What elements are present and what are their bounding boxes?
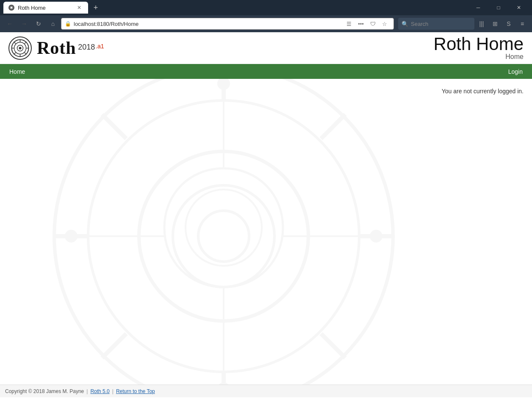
page-header: Roth 2018.a1 Roth Home Home bbox=[0, 32, 532, 64]
close-button[interactable]: ✕ bbox=[509, 0, 529, 15]
footer-separator-2: | bbox=[112, 388, 114, 394]
search-icon: 🔍 bbox=[402, 21, 408, 27]
shield-icon[interactable]: 🛡 bbox=[367, 18, 378, 29]
logo-version: .a1 bbox=[96, 43, 104, 50]
logo-year: 2018 bbox=[78, 43, 95, 52]
tab-close-button[interactable]: ✕ bbox=[75, 4, 83, 11]
site-subtitle: Home bbox=[434, 53, 524, 61]
logo-roth-text: Roth bbox=[37, 38, 76, 58]
toolbar-right: 🔍 ||| ⊞ S ≡ bbox=[398, 17, 529, 30]
url-text: localhost:8180/Roth/Home bbox=[74, 21, 341, 27]
forward-button[interactable]: → bbox=[18, 17, 30, 30]
browser-tab[interactable]: Roth Home ✕ bbox=[3, 2, 88, 14]
footer-copyright: Copyright © 2018 James M. Payne bbox=[5, 388, 84, 394]
minimize-button[interactable]: ─ bbox=[468, 0, 488, 15]
nav-login-link[interactable]: Login bbox=[504, 66, 527, 78]
svg-line-14 bbox=[102, 334, 126, 358]
refresh-button[interactable]: ↻ bbox=[32, 17, 45, 30]
bookmark-icon[interactable]: ☆ bbox=[379, 18, 390, 29]
title-bar: Roth Home ✕ + ─ □ ✕ bbox=[0, 0, 532, 15]
logo-icon bbox=[8, 36, 32, 60]
webpage: Roth 2018.a1 Roth Home Home Home Login Y… bbox=[0, 32, 532, 397]
address-bar-actions: ☰ ••• 🛡 ☆ bbox=[344, 18, 390, 29]
roth-version-link[interactable]: Roth 5.0 bbox=[90, 388, 109, 394]
profile-icon[interactable]: S bbox=[502, 17, 515, 30]
svg-point-6 bbox=[198, 211, 249, 262]
reader-view-icon[interactable]: ☰ bbox=[344, 18, 355, 29]
not-logged-in-text: You are not currently logged in. bbox=[442, 88, 524, 95]
nav-bar: ← → ↻ ⌂ 🔒 localhost:8180/Roth/Home ☰ •••… bbox=[0, 15, 532, 32]
search-input[interactable] bbox=[411, 21, 470, 27]
header-right: Roth Home Home bbox=[434, 35, 524, 61]
logo-text-area: Roth 2018.a1 bbox=[37, 38, 104, 58]
address-bar[interactable]: 🔒 localhost:8180/Roth/Home ☰ ••• 🛡 ☆ bbox=[61, 18, 394, 30]
svg-point-21 bbox=[65, 230, 78, 243]
security-icon: 🔒 bbox=[65, 21, 71, 27]
svg-point-5 bbox=[173, 185, 274, 287]
nav-menu: Home Login bbox=[0, 64, 532, 79]
svg-line-13 bbox=[321, 114, 345, 139]
svg-line-12 bbox=[321, 334, 345, 358]
menu-icon[interactable]: ≡ bbox=[516, 17, 529, 30]
footer-separator-1: | bbox=[86, 388, 88, 394]
history-icon[interactable]: ||| bbox=[475, 17, 488, 30]
return-to-top-link[interactable]: Return to the Top bbox=[116, 388, 155, 394]
more-options-icon[interactable]: ••• bbox=[355, 18, 366, 29]
logo-area: Roth 2018.a1 bbox=[8, 36, 104, 60]
svg-line-11 bbox=[102, 114, 126, 139]
svg-point-22 bbox=[370, 230, 382, 243]
tab-title: Roth Home bbox=[18, 5, 46, 11]
sidebar-icon[interactable]: ⊞ bbox=[489, 17, 502, 30]
tab-favicon bbox=[8, 5, 14, 11]
back-button[interactable]: ← bbox=[3, 17, 16, 30]
svg-point-1 bbox=[11, 7, 12, 8]
svg-point-26 bbox=[19, 47, 22, 49]
maximize-button[interactable]: □ bbox=[489, 0, 508, 15]
nav-home-link[interactable]: Home bbox=[5, 66, 29, 78]
home-button[interactable]: ⌂ bbox=[47, 17, 59, 30]
new-tab-button[interactable]: + bbox=[90, 2, 102, 14]
window-controls: ─ □ ✕ bbox=[468, 0, 529, 15]
page-footer: Copyright © 2018 James M. Payne | Roth 5… bbox=[0, 385, 532, 397]
search-box[interactable]: 🔍 bbox=[398, 18, 474, 30]
main-content: You are not currently logged in. bbox=[0, 79, 532, 103]
site-title: Roth Home bbox=[434, 35, 524, 53]
